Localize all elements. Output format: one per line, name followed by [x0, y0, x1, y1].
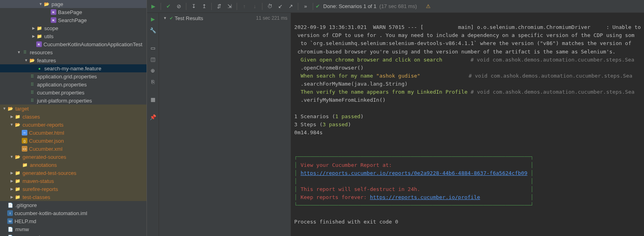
md-icon: M [7, 218, 13, 224]
tree-row[interactable]: <>Cucumber.xml [0, 145, 147, 153]
chevron-right-icon[interactable]: ▶ [9, 195, 14, 199]
tree-row[interactable]: ⠿application.grid.properties [0, 72, 147, 80]
tree-label: application.properties [37, 82, 87, 88]
test-history-button[interactable]: ⏱ [265, 2, 275, 11]
stop-side-button[interactable]: ▭ [149, 43, 157, 52]
tree-row[interactable]: 📄mvnw [0, 225, 147, 233]
tree-row[interactable]: ▼📂page [0, 0, 147, 8]
folder-open-icon: 📂 [43, 1, 50, 7]
tree-row[interactable]: ▶📁classes [0, 113, 147, 121]
chevron-down-icon[interactable]: ▼ [9, 155, 14, 159]
chevron-down-icon[interactable]: ▼ [16, 50, 22, 54]
tree-row[interactable]: KBasePage [0, 8, 147, 16]
folder-orange-icon: 📁 [22, 162, 28, 168]
show-ignored-button[interactable]: ⊘ [174, 2, 184, 11]
tree-row[interactable]: ▼⠿resources [0, 48, 147, 56]
file-icon: 📄 [7, 202, 14, 208]
tree-label: scope [44, 25, 58, 31]
tree-row[interactable]: ⠿cucumber.properties [0, 88, 147, 96]
chevron-right-icon[interactable]: ▶ [31, 34, 36, 38]
tree-row[interactable]: KSearchPage [0, 16, 147, 24]
warning-icon[interactable]: ⚠ [426, 3, 431, 9]
show-passed-button[interactable]: ✔ [163, 2, 173, 11]
done-check-icon: ✔ [316, 3, 320, 9]
chevron-right-icon[interactable]: ▶ [9, 171, 14, 175]
tree-label: page [52, 1, 63, 7]
chevron-down-icon[interactable]: ▼ [38, 2, 43, 6]
chevron-down-icon[interactable]: ▼ [23, 58, 29, 62]
tree-label: Cucumber.json [29, 138, 64, 144]
more-button[interactable]: » [301, 2, 310, 11]
report-link[interactable]: https://reports.cucumber.io/reports/0e2a… [301, 170, 528, 176]
kt-icon: K [51, 17, 56, 23]
test-tree[interactable]: ▼ ✔ Test Results 11 sec 221 ms [159, 13, 291, 236]
tree-row[interactable]: ▼📂target [0, 105, 147, 113]
console-output[interactable]: 2022-09-19 13:36:31.021 WARN 57015 --- [… [291, 13, 644, 236]
chevron-right-icon[interactable]: ▶ [9, 179, 14, 183]
import-button[interactable]: ↙ [275, 2, 285, 11]
settings-side-button[interactable]: 🔧 [149, 26, 157, 35]
test-pass-icon: ✔ [169, 16, 173, 21]
tree-row[interactable]: ▶📁maven-status [0, 177, 147, 185]
tree-row[interactable]: ▶📁test-classes [0, 193, 147, 201]
tree-row[interactable]: ▼📂features [0, 56, 147, 64]
collapse-all-button[interactable]: ⇲ [225, 2, 234, 11]
tree-row[interactable]: ▶📁utils [0, 32, 147, 40]
layout-side-button[interactable]: ◫ [149, 55, 157, 64]
sort-down-button[interactable]: ↧ [189, 2, 198, 11]
export-button[interactable]: ↗ [286, 2, 295, 11]
tree-row[interactable]: ▶📁scope [0, 24, 147, 32]
project-tree[interactable]: ▼📂pageKBasePageKSearchPage▶📁scope▶📁utils… [0, 0, 147, 236]
chevron-right-icon[interactable]: ▶ [9, 187, 14, 191]
tree-row[interactable]: ⠿application.properties [0, 80, 147, 88]
tree-row[interactable]: MHELP.md [0, 217, 147, 225]
chevron-down-icon[interactable]: ▼ [9, 123, 14, 127]
tree-row[interactable]: KCucumberKotlinAutomationApplicationTest [0, 40, 147, 48]
tree-row[interactable]: 📁annotations [0, 161, 147, 169]
kt-icon: K [36, 41, 42, 47]
tree-row[interactable]: ⠿junit-platform.properties [0, 96, 147, 105]
test-root-label: Test Results [175, 15, 203, 21]
tree-label: cucumber-reports [23, 122, 64, 128]
tree-label: generated-sources [23, 154, 66, 160]
folder-orange-open-icon: 📂 [7, 105, 14, 112]
pin-button[interactable]: 📌 [149, 113, 157, 121]
tree-row[interactable]: ▶📁surefire-reports [0, 185, 147, 193]
test-root-row[interactable]: ▼ ✔ Test Results 11 sec 221 ms [159, 13, 291, 23]
folder-icon: 📁 [36, 33, 43, 39]
tree-row[interactable]: ▶📁generated-test-sources [0, 169, 147, 177]
exit-side-button[interactable]: ⎘ [149, 77, 157, 86]
folder-orange-icon: 📁 [14, 170, 21, 176]
tree-label: Cucumber.html [29, 130, 64, 136]
chevron-right-icon[interactable]: ▶ [9, 115, 14, 119]
tree-label: .gitignore [15, 202, 37, 208]
tree-row[interactable]: {}Cucumber.json [0, 137, 147, 145]
sort-up-button[interactable]: ↥ [199, 2, 209, 11]
tree-row[interactable]: ▼📂generated-sources [0, 153, 147, 161]
tree-row[interactable]: ‹›Cucumber.html [0, 129, 147, 137]
tree-row[interactable]: ▼📂cucumber-reports [0, 121, 147, 129]
expand-all-button[interactable]: ⇵ [214, 2, 224, 11]
folder-orange-icon: 📁 [14, 186, 21, 192]
rerun-button[interactable]: ▶ [149, 2, 158, 11]
tree-row[interactable]: 📄.gitignore [0, 201, 147, 209]
chevron-down-icon[interactable]: ▼ [2, 107, 7, 111]
run-panel: ▶ ✔ ⊘ ↧ ↥ ⇵ ⇲ ↑ ↓ ⏱ ↙ ↗ » ✔ Done: Scenar… [147, 0, 644, 236]
rerun-side-button[interactable]: ▶ [149, 14, 157, 23]
tree-row[interactable]: 📄mvnw.cmd [0, 233, 147, 236]
pin-side-button[interactable]: ⊕ [149, 66, 157, 75]
dock-side-button[interactable]: ▦ [149, 95, 157, 104]
prev-button[interactable]: ↑ [239, 2, 249, 11]
prop-icon: ⠿ [29, 97, 35, 104]
profile-link[interactable]: https://reports.cucumber.io/profile [370, 194, 480, 200]
json-icon: {} [22, 138, 27, 144]
folder-orange-icon: 📁 [14, 194, 21, 200]
tree-label: HELP.md [14, 218, 36, 224]
tree-label: mvnw [15, 226, 29, 232]
next-button[interactable]: ↓ [250, 2, 260, 11]
tree-row[interactable]: ●search-my-name.feature [0, 64, 147, 72]
tree-row[interactable]: Icucumber-kotlin-automation.iml [0, 209, 147, 217]
chevron-down-icon[interactable]: ▼ [162, 16, 168, 20]
tree-label: search-my-name.feature [44, 66, 101, 72]
chevron-right-icon[interactable]: ▶ [31, 26, 36, 30]
